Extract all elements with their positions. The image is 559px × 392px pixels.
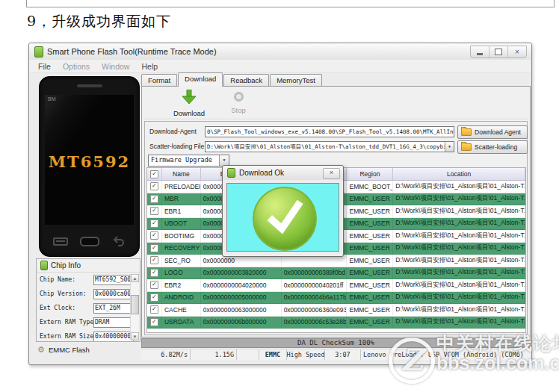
- cell-begin: 0x000000006b000000: [201, 317, 282, 329]
- tab-memorytest[interactable]: MemoryTest: [270, 74, 322, 87]
- page: 9，升级成功界面如下 Smart Phone Flash Tool(Runtim…: [0, 0, 559, 392]
- chip-field-row: Ext Clock:EXT_26M: [37, 301, 140, 315]
- flash-type-label: EMMC Flash: [49, 346, 90, 354]
- chip-field-value[interactable]: EXT_26M: [93, 303, 134, 314]
- column-header-region[interactable]: Region: [347, 168, 393, 180]
- cell-location: D:\Work\项目安排\01_Alston项目\01_Alston-T...: [393, 193, 525, 205]
- phone-speaker: [77, 84, 102, 87]
- stop-button-label: Stop: [220, 106, 257, 114]
- menu-help[interactable]: Help: [135, 62, 164, 71]
- row-checkbox[interactable]: [150, 231, 158, 240]
- cell-end: 0x000000006360e093: [282, 304, 348, 316]
- cell-region: EMMC_USER: [347, 218, 393, 230]
- tab-readback[interactable]: Readback: [223, 74, 269, 87]
- row-checkbox[interactable]: [150, 269, 158, 277]
- scatter-button-label: Scatter-loading: [475, 143, 517, 151]
- cell-name: EBR1: [162, 205, 201, 217]
- app-icon: [34, 46, 43, 57]
- table-row-cache[interactable]: CACHE0x00000000630000000x000000006360e09…: [147, 304, 525, 317]
- chip-field-value[interactable]: 0x40000000: [93, 332, 134, 342]
- row-checkbox[interactable]: [150, 256, 158, 264]
- row-checkbox[interactable]: [150, 305, 158, 314]
- dialog-title-bar[interactable]: Download Ok ×: [223, 166, 343, 180]
- download-agent-row: Download-Agent 0\SP_Flash_Tool_windows_e…: [145, 125, 527, 139]
- cell-location: D:\Work\项目安排\01_Alston项目\01_Alston-T...: [393, 181, 525, 193]
- row-checkbox[interactable]: [150, 244, 158, 252]
- chip-field-value[interactable]: 0x0000ca00: [93, 289, 134, 299]
- cell-location: D:\Work\项目安排\01_Alston项目\01_Alston-T...: [393, 267, 525, 279]
- chevron-down-icon[interactable]: ▼: [445, 142, 454, 152]
- minimize-button[interactable]: [471, 46, 489, 57]
- download-agent-input[interactable]: 0\SP_Flash_Tool_windows_exe_v5.1408.00\S…: [205, 126, 454, 137]
- menu-options[interactable]: Options: [57, 62, 96, 71]
- table-row-usrdata[interactable]: USRDATA0x000000006b0000000x000000006c53e…: [147, 317, 525, 329]
- table-row-logo[interactable]: LOGO0x00000000038200000x000000000389f0bd…: [147, 267, 525, 280]
- cell-location: D:\Work\项目安排\01_Alston项目\01_Alston-T...: [393, 205, 525, 217]
- download-agent-button-label: Download Agent: [475, 128, 521, 136]
- scroll-up-icon[interactable]: ▲: [131, 274, 139, 282]
- chip-field-value[interactable]: DRAM: [93, 317, 134, 328]
- dialog-close-button[interactable]: ×: [323, 168, 340, 179]
- mode-selected-value: Firmware Upgrade: [151, 156, 212, 164]
- chip-info-scrollbar[interactable]: ▲ ▼: [130, 274, 139, 340]
- cell-name: UBOOT: [162, 218, 201, 230]
- minimize-icon: [477, 53, 483, 55]
- column-header-location[interactable]: Location: [393, 168, 525, 180]
- menu-key-icon: [53, 237, 68, 246]
- phone-preview: BM MT6592: [39, 76, 140, 257]
- maximize-button[interactable]: [489, 46, 507, 57]
- toolbar-separator: [143, 119, 528, 120]
- download-agent-label: Download-Agent: [149, 128, 197, 135]
- chip-field-row: Extern RAM Type:DRAM: [37, 315, 140, 329]
- download-ok-dialog: Download Ok ×: [222, 165, 344, 257]
- row-checkbox[interactable]: [150, 318, 158, 326]
- row-checkbox[interactable]: [150, 293, 158, 302]
- row-checkbox[interactable]: [150, 195, 158, 203]
- cell-end: 0x000000000389f0bd: [282, 267, 348, 279]
- chip-field-value[interactable]: MT6592_S00: [93, 275, 134, 285]
- download-button[interactable]: Download: [161, 90, 217, 116]
- table-row-android[interactable]: ANDROID0x00000000050000000x000000004b6a1…: [147, 292, 525, 305]
- scatter-loading-button[interactable]: Scatter-loading: [457, 140, 528, 154]
- dialog-title: Download Ok: [239, 169, 284, 177]
- row-checkbox[interactable]: [150, 220, 158, 228]
- tab-download[interactable]: Download: [178, 72, 223, 87]
- column-header-name[interactable]: Name: [162, 168, 201, 180]
- status-segment: [237, 349, 259, 360]
- select-all-checkbox[interactable]: [150, 170, 158, 178]
- row-checkbox[interactable]: [150, 182, 158, 190]
- phone-screen: BM MT6592: [45, 95, 134, 225]
- checkbox-cell: [147, 255, 162, 267]
- cell-name: LOGO: [162, 267, 201, 279]
- scatter-file-value: D:\Work\项目安排\01_Alston项目\01_Alston-T\als…: [207, 143, 454, 150]
- close-button[interactable]: ×: [507, 46, 526, 57]
- download-agent-value: 0\SP_Flash_Tool_windows_exe_v5.1408.00\S…: [207, 128, 454, 135]
- scrollbar-thumb[interactable]: [131, 295, 139, 314]
- page-heading: 9，升级成功界面如下: [27, 12, 171, 31]
- scatter-file-combo[interactable]: D:\Work\项目安排\01_Alston项目\01_Alston-T\als…: [205, 141, 454, 152]
- checkbox-cell: [147, 193, 162, 205]
- checkbox-cell: [147, 181, 162, 193]
- mode-select[interactable]: Firmware Upgrade ▼: [148, 155, 229, 167]
- download-agent-button[interactable]: Download Agent: [457, 125, 528, 139]
- status-segment: High Speed: [287, 349, 325, 360]
- phone-nav-bar: [40, 235, 139, 247]
- chip-field-row: Chip Version:0x0000ca00: [37, 287, 140, 301]
- menu-file[interactable]: File: [32, 62, 57, 71]
- cell-region: EMMC_USER: [347, 279, 393, 291]
- menu-window[interactable]: Window: [96, 62, 135, 71]
- chevron-down-icon[interactable]: ▼: [219, 155, 229, 166]
- cell-location: D:\Work\项目安排\01_Alston项目\01_Alston-T...: [393, 304, 525, 316]
- tab-format[interactable]: Format: [141, 74, 177, 87]
- cell-region: EMMC_BOOT_1: [347, 181, 393, 193]
- checkbox-cell: [147, 279, 162, 291]
- scroll-down-icon[interactable]: ▼: [131, 332, 139, 340]
- table-row-ebr2[interactable]: EBR20x00000000040200000x00000000040201ff…: [147, 279, 525, 292]
- row-checkbox[interactable]: [150, 207, 158, 215]
- cell-region: EMMC_USER: [347, 292, 393, 304]
- cell-location: D:\Work\项目安排\01_Alston项目\01_Alston-T...: [393, 218, 525, 230]
- select-all-cell: [147, 168, 162, 180]
- row-checkbox[interactable]: [150, 281, 158, 289]
- title-bar[interactable]: Smart Phone Flash Tool(Runtime Trace Mod…: [29, 43, 531, 60]
- stop-button[interactable]: Stop: [220, 90, 257, 116]
